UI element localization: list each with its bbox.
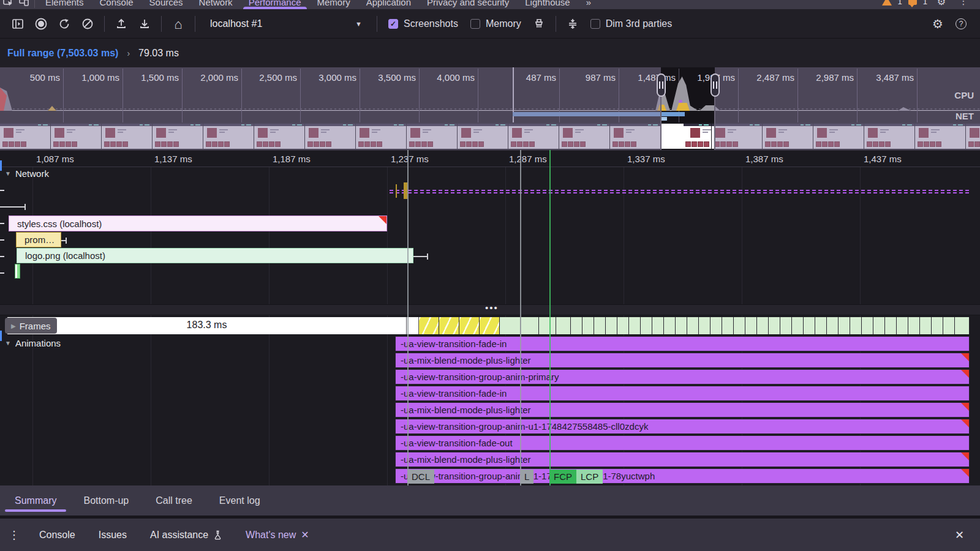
frame-segment[interactable] xyxy=(873,317,885,334)
tab-bottom-up[interactable]: Bottom-up xyxy=(83,485,129,515)
screenshots-checkbox[interactable]: ✓Screenshots xyxy=(388,18,458,29)
close-drawer-icon[interactable]: ✕ xyxy=(955,528,964,542)
network-track-header[interactable]: ▼ Network xyxy=(5,168,49,179)
frame-segment[interactable] xyxy=(850,317,862,334)
download-profile-icon[interactable] xyxy=(137,17,152,31)
frame-segment[interactable] xyxy=(606,317,617,334)
animation-bar[interactable]: -ua-mix-blend-mode-plus-lighter xyxy=(395,353,970,368)
tab-call-tree[interactable]: Call tree xyxy=(156,485,192,515)
frame-segment[interactable] xyxy=(539,317,556,334)
tab-network[interactable]: Network xyxy=(191,0,241,9)
frame-segment[interactable] xyxy=(804,317,815,334)
close-tab-icon[interactable]: ✕ xyxy=(301,529,309,541)
frame-segment[interactable] xyxy=(699,317,710,334)
animations-track-header[interactable]: ▼ Animations xyxy=(5,338,61,348)
frames-track[interactable]: 183.3 ms xyxy=(0,317,980,335)
collect-garbage-icon[interactable] xyxy=(532,17,546,31)
marker-badge-fcp[interactable]: FCP xyxy=(549,470,576,484)
history-select[interactable]: localhost #1 ▼ xyxy=(204,15,368,33)
capture-settings-icon[interactable] xyxy=(565,17,580,31)
drawer-tab-ai-assistance[interactable]: AI assistance xyxy=(150,530,222,541)
tab-event-log[interactable]: Event log xyxy=(219,485,260,515)
frame-segment[interactable] xyxy=(920,317,932,334)
animation-bar[interactable]: -ua-view-transition-group-anim-primary xyxy=(395,369,970,384)
animation-bar[interactable]: -ua-mix-blend-mode-plus-lighter xyxy=(395,452,970,467)
tab-lighthouse[interactable]: Lighthouse xyxy=(517,0,578,9)
frame-segment[interactable] xyxy=(827,317,839,334)
frame-segment[interactable] xyxy=(629,317,641,334)
tab-application[interactable]: Application xyxy=(358,0,419,9)
animation-bar[interactable]: -ua-view-transition-fade-in xyxy=(395,336,970,351)
frame-segment[interactable] xyxy=(908,317,920,334)
frame-segment[interactable] xyxy=(582,317,594,334)
frame-segment[interactable] xyxy=(862,317,873,334)
frame-segment[interactable] xyxy=(885,317,897,334)
help-icon[interactable]: ? xyxy=(954,17,968,31)
frame-partial-segment[interactable] xyxy=(419,317,439,334)
breadcrumb-full-range[interactable]: Full range (7,503.03 ms) xyxy=(7,48,118,59)
timeline-overview[interactable]: CPU NET 500 ms1,000 ms1,500 ms2,000 ms2,… xyxy=(0,67,980,150)
frame-segment[interactable] xyxy=(710,317,722,334)
tab-summary[interactable]: Summary xyxy=(15,485,56,515)
drawer-kebab-icon[interactable]: ⋮ xyxy=(9,528,20,542)
frame-segment[interactable] xyxy=(676,317,687,334)
marker-badge-dcl[interactable]: DCL xyxy=(407,470,434,484)
tab-performance[interactable]: Performance xyxy=(241,0,309,9)
network-request-bar[interactable] xyxy=(15,264,20,279)
frame-partial-segment[interactable] xyxy=(480,317,500,334)
network-request-bar[interactable]: prom… xyxy=(16,232,61,247)
settings-gear-icon[interactable]: ⚙ xyxy=(933,0,949,9)
tab-memory[interactable]: Memory xyxy=(309,0,358,9)
frame-segment[interactable] xyxy=(617,317,629,334)
drawer-tab-issues[interactable]: Issues xyxy=(99,530,127,541)
frame-segment[interactable] xyxy=(521,317,539,334)
kebab-menu-icon[interactable]: ⋮ xyxy=(956,0,971,9)
frame-segment[interactable] xyxy=(932,317,943,334)
frame-segment[interactable] xyxy=(769,317,780,334)
frame-segment[interactable] xyxy=(734,317,745,334)
animation-bar[interactable]: -ua-view-transition-fade-out xyxy=(395,435,970,451)
frame-segment[interactable] xyxy=(556,317,571,334)
frame-segment[interactable] xyxy=(687,317,699,334)
breadcrumb-selection[interactable]: 79.03 ms xyxy=(138,48,179,59)
tab-console[interactable]: Console xyxy=(92,0,141,9)
drawer-tab-console[interactable]: Console xyxy=(39,530,75,541)
record-and-reload-button[interactable] xyxy=(57,17,72,31)
frame-partial-segment[interactable] xyxy=(439,317,459,334)
network-request-bar[interactable]: logo.png (localhost) xyxy=(17,248,413,263)
frame-segment[interactable] xyxy=(571,317,582,334)
frame-segment[interactable] xyxy=(955,317,970,334)
network-request-bar[interactable]: styles.css (localhost) xyxy=(9,216,387,231)
feedback-icon[interactable] xyxy=(908,0,917,5)
tab-sources[interactable]: Sources xyxy=(141,0,191,9)
collapsed-track-row[interactable]: ••• xyxy=(0,304,980,315)
animations-track[interactable]: -ua-view-transition-fade-in-ua-mix-blend… xyxy=(0,336,980,485)
animation-bar[interactable]: -ua-view-transition-fade-in xyxy=(395,386,970,401)
selection-handle-left[interactable] xyxy=(657,73,666,97)
frame-segment[interactable] xyxy=(897,317,908,334)
frame-segment[interactable] xyxy=(722,317,734,334)
marker-badge-lcp[interactable]: LCP xyxy=(576,470,603,484)
frame-segment[interactable] xyxy=(943,317,955,334)
frame-segment[interactable] xyxy=(500,317,521,334)
clear-button[interactable] xyxy=(80,17,95,31)
selection-handle-right[interactable] xyxy=(710,73,720,97)
tab-privacy-and-security[interactable]: Privacy and security xyxy=(419,0,517,9)
frames-track-header[interactable]: ▶ Frames xyxy=(5,318,57,334)
frame-segment[interactable] xyxy=(745,317,757,334)
inspect-element-icon[interactable] xyxy=(0,0,16,9)
drawer-tab-what-s-new[interactable]: What's new✕ xyxy=(246,529,309,541)
more-tabs-button[interactable]: » xyxy=(578,0,599,9)
frame-segment[interactable] xyxy=(792,317,804,334)
filmstrip-thumbnail[interactable] xyxy=(661,124,711,149)
frame-segment[interactable] xyxy=(780,317,792,334)
home-icon[interactable]: ⌂ xyxy=(171,17,186,31)
frame-segment[interactable] xyxy=(652,317,664,334)
toggle-sidebar-icon[interactable] xyxy=(10,17,25,31)
animation-bar[interactable]: -ua-mix-blend-mode-plus-lighter xyxy=(395,402,970,418)
device-toolbar-icon[interactable] xyxy=(16,0,32,9)
animation-bar[interactable]: -ua-view-transition-group-anim-u1-174842… xyxy=(395,468,970,484)
frame-segment[interactable] xyxy=(757,317,769,334)
memory-checkbox[interactable]: Memory xyxy=(470,18,521,29)
frame-segment[interactable] xyxy=(594,317,606,334)
